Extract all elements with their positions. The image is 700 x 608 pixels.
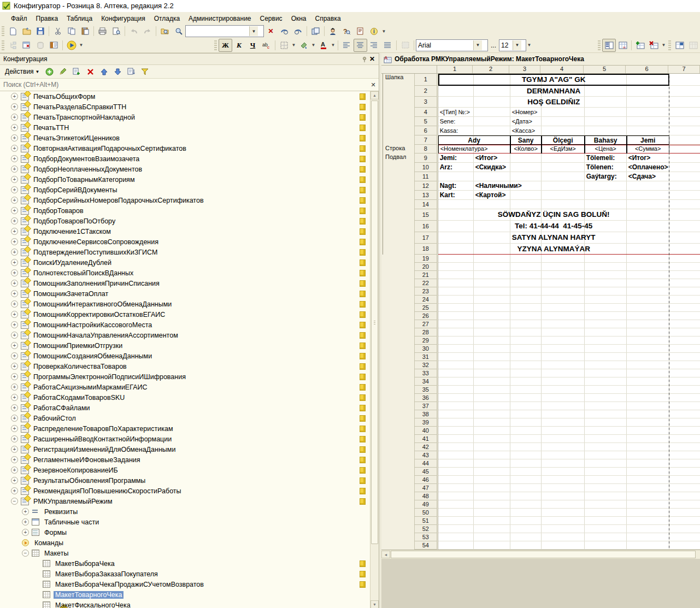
row-header[interactable]: 27	[415, 320, 437, 328]
expander-icon[interactable]: +	[11, 487, 18, 494]
sheet-row[interactable]	[438, 402, 700, 410]
expander-icon[interactable]: +	[11, 342, 18, 349]
sheet-cell[interactable]: Arz:	[438, 163, 474, 172]
expander-icon[interactable]: +	[11, 134, 18, 141]
row-header[interactable]: 2	[415, 86, 437, 97]
row-header[interactable]: 18	[415, 244, 437, 255]
table-view-disabled-button[interactable]	[686, 39, 700, 52]
row-header[interactable]: 49	[415, 500, 437, 509]
sheet-row[interactable]	[438, 361, 700, 369]
sheet-row[interactable]	[438, 410, 700, 418]
tree-item[interactable]: −Макеты	[0, 548, 379, 558]
scroll-left-button[interactable]: ◄	[381, 551, 390, 558]
toolbar-grip[interactable]	[2, 26, 4, 36]
row-header[interactable]: 53	[415, 533, 437, 541]
search-next-button[interactable]	[278, 25, 291, 38]
align-right-button[interactable]	[367, 39, 381, 52]
tree-item[interactable]: +ПечатьТТН	[0, 122, 379, 133]
row-header[interactable]: 38	[415, 410, 437, 418]
sheet-row[interactable]	[438, 435, 700, 443]
cells-grid[interactable]: TGYMJ A"AG" GKDERMANHANAHOŞ GELDIŇIZ<[Ти…	[438, 74, 700, 550]
tree-item[interactable]: МакетВыбораЗаказаПокупателя	[0, 569, 379, 579]
sheet-cell[interactable]: <Наличными>	[474, 181, 542, 191]
expander-icon[interactable]: +	[11, 456, 18, 463]
tree-item[interactable]: +ПоискИУдалениеДублей	[0, 257, 379, 268]
sheet-cell[interactable]: <Скидка>	[474, 163, 542, 172]
scroll-up-button[interactable]: ▲	[370, 91, 379, 99]
row-header[interactable]: 12	[415, 181, 437, 191]
sheet-row[interactable]	[438, 337, 700, 345]
bold-button[interactable]: Ж	[219, 39, 232, 52]
column-header[interactable]: 2	[473, 66, 509, 73]
sheet-cell[interactable]: Tel: 41-44-44 41-45-45	[438, 221, 669, 232]
expander-icon[interactable]: +	[11, 280, 18, 287]
sheet-cell[interactable]: <Сумма>	[627, 145, 669, 154]
tree-item[interactable]: +ПомощникКорректировкиОстатковЕГАИС	[0, 309, 379, 320]
tree-item[interactable]: +ПодборНеоплаченныхДокументов	[0, 164, 379, 174]
tree-item[interactable]: +ПодключениеСервисовСопровождения	[0, 237, 379, 247]
row-header[interactable]: 1	[415, 74, 437, 86]
sheet-cell[interactable]: Kart:	[438, 191, 474, 200]
sheet-row[interactable]	[438, 328, 700, 337]
sheet-cell[interactable]: Ölçegi	[542, 135, 585, 145]
column-header[interactable]: 6	[626, 66, 668, 73]
tree-vertical-scrollbar[interactable]: ▲ ▼	[370, 91, 379, 608]
row-header[interactable]: 16	[415, 221, 437, 232]
expander-icon[interactable]: +	[11, 404, 18, 411]
sheet-cell[interactable]: Tölemeli:	[585, 154, 627, 163]
expander-icon[interactable]: +	[11, 383, 18, 391]
row-header[interactable]: 33	[415, 369, 437, 377]
toolbar-overflow-button[interactable]: ▼	[381, 25, 387, 37]
tree-item[interactable]: +ПечатьЭтикетокИЦенников	[0, 133, 379, 143]
sheet-cell[interactable]: SÖWDAŇYZ ÜÇIN SAG BOLUŇ!	[438, 209, 669, 221]
expander-icon[interactable]: +	[22, 518, 29, 526]
sheet-row[interactable]	[438, 345, 700, 353]
row-header[interactable]: 36	[415, 394, 437, 402]
save-button[interactable]	[33, 25, 47, 38]
expander-icon[interactable]: +	[22, 508, 29, 515]
close-window-button[interactable]	[20, 39, 33, 52]
sheet-row[interactable]	[438, 533, 700, 541]
row-header[interactable]: 47	[415, 484, 437, 492]
tree-item[interactable]: МакетТоварногоЧека	[0, 589, 379, 600]
tree-item[interactable]: +РезультатыОбновленияПрограммы	[0, 475, 379, 486]
horizontal-scrollbar[interactable]: ◄	[381, 550, 700, 559]
sheet-row[interactable]	[438, 509, 700, 517]
tree-item[interactable]: +ПодборСерийВДокументы	[0, 185, 379, 195]
sheet-cell[interactable]: Nagt:	[438, 181, 474, 191]
sheet-cell[interactable]: <Касса>	[510, 126, 585, 135]
sheet-row[interactable]	[438, 369, 700, 377]
tree-item[interactable]: +Табличные части	[0, 517, 379, 527]
toolbar-grip[interactable]	[668, 40, 671, 50]
sheet-cell[interactable]: <Картой>	[474, 191, 542, 200]
text-color-dropdown[interactable]: ▼	[330, 39, 336, 51]
copy-button[interactable]	[64, 25, 78, 38]
align-center-button[interactable]	[354, 39, 367, 52]
row-header[interactable]: 8	[415, 145, 437, 154]
expander-icon[interactable]: +	[11, 103, 18, 110]
config-tree-button[interactable]	[6, 39, 20, 52]
align-left-button[interactable]	[340, 39, 354, 52]
expander-icon[interactable]: +	[11, 259, 18, 266]
expander-icon[interactable]: +	[11, 435, 18, 442]
clone-button[interactable]	[70, 65, 84, 78]
sheet-row[interactable]	[438, 353, 700, 361]
sheet-row[interactable]	[438, 492, 700, 500]
row-header[interactable]: 35	[415, 386, 437, 394]
row-header[interactable]: 26	[415, 312, 437, 320]
column-header[interactable]: 5	[584, 66, 626, 73]
toggle-names-panel-button[interactable]	[602, 39, 616, 52]
tree-item[interactable]: +РаспределениеТоваровПоХарактеристикам	[0, 423, 379, 434]
scroll-down-button[interactable]: ▼	[370, 600, 379, 608]
expander-icon[interactable]: +	[11, 446, 18, 453]
row-header[interactable]: 32	[415, 361, 437, 369]
tree-item[interactable]: МакетВыбораЧека	[0, 558, 379, 569]
expander-icon[interactable]: +	[11, 352, 18, 359]
tree-item[interactable]: +РаботаСФайлами	[0, 403, 379, 413]
tree-item[interactable]: +ПолнотекстовыйПоискВДанных	[0, 268, 379, 278]
row-header[interactable]: 40	[415, 427, 437, 435]
tree-item[interactable]: +РезервноеКопированиеИБ	[0, 465, 379, 475]
format-overflow-button[interactable]: ▼	[526, 39, 532, 51]
menu-item[interactable]: Таблица	[62, 14, 97, 23]
tree-item[interactable]: +ПечатьТранспортнойНакладной	[0, 112, 379, 122]
